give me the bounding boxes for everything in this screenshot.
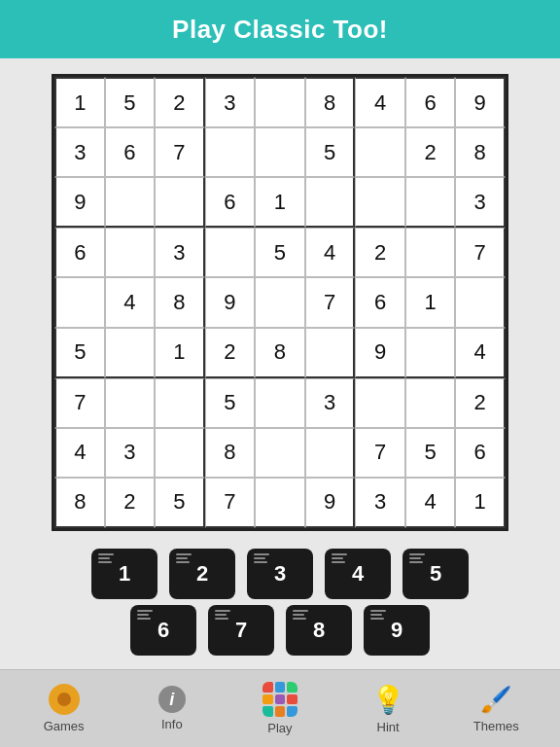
sudoku-cell[interactable] bbox=[355, 378, 405, 428]
sudoku-cell[interactable] bbox=[205, 127, 256, 177]
sudoku-cell[interactable] bbox=[155, 428, 205, 478]
sudoku-cell[interactable]: 7 bbox=[305, 277, 356, 327]
sudoku-cell[interactable]: 5 bbox=[105, 77, 156, 127]
sudoku-cell[interactable] bbox=[155, 177, 205, 228]
num-button-6[interactable]: 6 bbox=[130, 605, 196, 656]
sudoku-cell[interactable]: 1 bbox=[405, 277, 456, 327]
sudoku-cell[interactable]: 2 bbox=[405, 127, 456, 177]
sudoku-cell[interactable]: 9 bbox=[305, 478, 356, 528]
sudoku-cell[interactable]: 5 bbox=[54, 328, 105, 378]
sudoku-cell[interactable] bbox=[105, 328, 156, 378]
sudoku-cell[interactable]: 6 bbox=[405, 77, 456, 127]
num-button-5[interactable]: 5 bbox=[402, 549, 469, 599]
nav-item-info[interactable]: i Info bbox=[128, 686, 216, 731]
sudoku-cell[interactable]: 7 bbox=[54, 378, 105, 428]
sudoku-cell[interactable]: 2 bbox=[105, 478, 156, 528]
sudoku-cell[interactable]: 7 bbox=[155, 127, 205, 177]
sudoku-cell[interactable]: 6 bbox=[455, 428, 506, 478]
sudoku-cell[interactable]: 8 bbox=[155, 277, 205, 327]
sudoku-grid[interactable]: 1523846936752896136354274897615128947532… bbox=[52, 74, 508, 531]
sudoku-cell[interactable] bbox=[405, 177, 456, 228]
sudoku-cell[interactable]: 4 bbox=[355, 77, 405, 127]
sudoku-cell[interactable] bbox=[105, 177, 156, 228]
num-button-4[interactable]: 4 bbox=[325, 549, 391, 599]
svg-rect-13 bbox=[409, 557, 421, 559]
sudoku-cell[interactable] bbox=[255, 77, 305, 127]
svg-rect-18 bbox=[215, 610, 230, 612]
sudoku-cell[interactable]: 4 bbox=[405, 478, 456, 528]
sudoku-cell[interactable]: 3 bbox=[54, 127, 105, 177]
sudoku-cell[interactable]: 3 bbox=[155, 228, 205, 277]
sudoku-cell[interactable] bbox=[355, 127, 405, 177]
num-button-1[interactable]: 1 bbox=[91, 549, 158, 599]
nav-item-hint[interactable]: 💡 Hint bbox=[344, 684, 432, 734]
nav-item-themes[interactable]: 🖌️ Themes bbox=[452, 685, 540, 733]
sudoku-cell[interactable] bbox=[405, 228, 456, 277]
num-button-8[interactable]: 8 bbox=[286, 605, 352, 656]
sudoku-cell[interactable] bbox=[205, 228, 256, 277]
sudoku-cell[interactable]: 3 bbox=[355, 478, 405, 528]
sudoku-cell[interactable]: 1 bbox=[255, 177, 305, 228]
sudoku-cell[interactable] bbox=[255, 428, 305, 478]
sudoku-cell[interactable] bbox=[255, 378, 305, 428]
sudoku-cell[interactable] bbox=[305, 428, 356, 478]
num-button-9[interactable]: 9 bbox=[364, 605, 430, 656]
nav-item-play[interactable]: Play bbox=[236, 682, 324, 735]
sudoku-cell[interactable]: 9 bbox=[54, 177, 105, 228]
sudoku-cell[interactable] bbox=[255, 478, 305, 528]
sudoku-cell[interactable] bbox=[455, 277, 506, 327]
sudoku-cell[interactable]: 1 bbox=[455, 478, 506, 528]
num-button-7[interactable]: 7 bbox=[208, 605, 274, 656]
sudoku-cell[interactable] bbox=[405, 378, 456, 428]
sudoku-cell[interactable] bbox=[255, 277, 305, 327]
sudoku-cell[interactable]: 3 bbox=[305, 378, 356, 428]
sudoku-cell[interactable]: 2 bbox=[155, 77, 205, 127]
sudoku-cell[interactable] bbox=[155, 378, 205, 428]
sudoku-cell[interactable]: 4 bbox=[305, 228, 356, 277]
sudoku-cell[interactable] bbox=[105, 378, 156, 428]
sudoku-cell[interactable]: 4 bbox=[105, 277, 156, 327]
sudoku-cell[interactable]: 6 bbox=[105, 127, 156, 177]
sudoku-cell[interactable]: 4 bbox=[455, 328, 506, 378]
sudoku-cell[interactable]: 7 bbox=[355, 428, 405, 478]
sudoku-cell[interactable] bbox=[405, 328, 456, 378]
svg-rect-22 bbox=[293, 614, 304, 616]
nav-item-games[interactable]: Games bbox=[20, 684, 108, 733]
sudoku-cell[interactable]: 6 bbox=[205, 177, 256, 228]
sudoku-cell[interactable]: 8 bbox=[54, 478, 105, 528]
sudoku-cell[interactable]: 2 bbox=[205, 328, 256, 378]
sudoku-cell[interactable]: 1 bbox=[155, 328, 205, 378]
sudoku-cell[interactable] bbox=[255, 127, 305, 177]
sudoku-cell[interactable]: 9 bbox=[355, 328, 405, 378]
sudoku-cell[interactable]: 8 bbox=[255, 328, 305, 378]
sudoku-cell[interactable]: 2 bbox=[455, 378, 506, 428]
num-button-3[interactable]: 3 bbox=[247, 549, 313, 599]
sudoku-cell[interactable]: 6 bbox=[54, 228, 105, 277]
sudoku-cell[interactable] bbox=[54, 277, 105, 327]
sudoku-cell[interactable] bbox=[105, 228, 156, 277]
sudoku-cell[interactable]: 7 bbox=[455, 228, 506, 277]
sudoku-cell[interactable]: 9 bbox=[455, 77, 506, 127]
sudoku-cell[interactable]: 5 bbox=[205, 378, 256, 428]
sudoku-cell[interactable]: 2 bbox=[355, 228, 405, 277]
sudoku-cell[interactable]: 7 bbox=[205, 478, 256, 528]
num-button-2[interactable]: 2 bbox=[169, 549, 235, 599]
sudoku-cell[interactable]: 3 bbox=[105, 428, 156, 478]
sudoku-cell[interactable]: 6 bbox=[355, 277, 405, 327]
sudoku-cell[interactable]: 8 bbox=[205, 428, 256, 478]
sudoku-cell[interactable]: 1 bbox=[54, 77, 105, 127]
sudoku-cell[interactable]: 3 bbox=[455, 177, 506, 228]
sudoku-cell[interactable] bbox=[305, 328, 356, 378]
sudoku-cell[interactable]: 5 bbox=[405, 428, 456, 478]
sudoku-cell[interactable] bbox=[305, 177, 356, 228]
sudoku-cell[interactable]: 9 bbox=[205, 277, 256, 327]
sudoku-cell[interactable]: 3 bbox=[205, 77, 256, 127]
sudoku-cell[interactable]: 8 bbox=[305, 77, 356, 127]
sudoku-cell[interactable] bbox=[355, 177, 405, 228]
sudoku-cell[interactable]: 5 bbox=[255, 228, 305, 277]
sudoku-cell[interactable]: 5 bbox=[155, 478, 205, 528]
sudoku-cell[interactable]: 5 bbox=[305, 127, 356, 177]
sudoku-cell[interactable]: 4 bbox=[54, 428, 105, 478]
svg-rect-4 bbox=[176, 557, 188, 559]
sudoku-cell[interactable]: 8 bbox=[455, 127, 506, 177]
